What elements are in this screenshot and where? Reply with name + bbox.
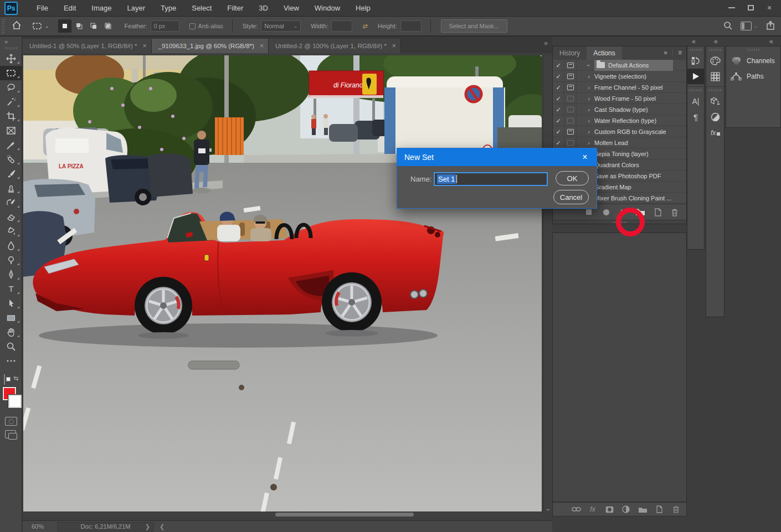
swap-colors-icon[interactable]: ⇆ xyxy=(13,375,18,382)
modal-toggle[interactable] xyxy=(564,71,577,81)
close-icon[interactable]: × xyxy=(142,42,146,50)
close-icon[interactable]: × xyxy=(392,42,396,50)
blur-tool[interactable] xyxy=(0,239,22,253)
menu-file[interactable]: File xyxy=(29,0,56,17)
history-brush-tool[interactable] xyxy=(0,195,22,210)
clone-stamp-tool[interactable] xyxy=(0,181,22,195)
include-checkbox[interactable]: ✓ xyxy=(553,104,564,115)
hand-tool[interactable] xyxy=(0,325,22,339)
height-input[interactable] xyxy=(400,20,422,32)
default-colors-icon[interactable] xyxy=(4,375,5,385)
modal-toggle[interactable] xyxy=(564,115,577,126)
maximize-button[interactable] xyxy=(741,0,760,16)
tab-overflow-icon[interactable]: » xyxy=(544,39,548,47)
paragraph-panel-icon[interactable]: ¶ xyxy=(687,109,704,125)
record-button[interactable] xyxy=(601,207,611,217)
channels-panel-button[interactable]: Channels xyxy=(726,53,780,69)
menu-filter[interactable]: Filter xyxy=(219,0,251,17)
layer-effects-button[interactable]: fx xyxy=(588,504,598,514)
character-panel-icon[interactable]: A| xyxy=(687,94,704,109)
move-tool[interactable] xyxy=(0,51,22,66)
background-color-swatch[interactable] xyxy=(8,395,22,408)
styles-panel-icon[interactable]: fx xyxy=(706,125,724,140)
adjustments-panel-icon[interactable] xyxy=(706,109,724,125)
zoom-level[interactable]: 60% xyxy=(32,523,44,530)
workspace-switcher[interactable]: ⌄ xyxy=(741,22,758,30)
antialias-checkbox[interactable] xyxy=(189,23,196,29)
menu-select[interactable]: Select xyxy=(184,0,219,17)
subtract-selection-button[interactable] xyxy=(87,19,100,33)
menu-image[interactable]: Image xyxy=(84,0,119,17)
new-action-button[interactable] xyxy=(652,207,662,217)
menu-view[interactable]: View xyxy=(276,0,307,17)
menu-help[interactable]: Help xyxy=(348,0,378,17)
paths-panel-button[interactable]: Paths xyxy=(726,69,780,84)
scroll-down-icon[interactable]: ⌄ xyxy=(544,505,551,512)
expand-chevron-icon[interactable]: › xyxy=(583,106,594,113)
add-selection-button[interactable] xyxy=(73,19,86,33)
actions-panel-icon[interactable] xyxy=(687,69,704,84)
status-chevron-icon[interactable]: ❯ xyxy=(145,523,150,530)
frame-tool[interactable] xyxy=(0,123,22,138)
search-icon[interactable] xyxy=(723,20,733,32)
panel-collapse-icon[interactable]: » xyxy=(664,49,667,56)
document-tab-untitled-1[interactable]: Untitled-1 @ 50% (Layer 1, RGB/8#) * × xyxy=(23,39,152,53)
screen-mode-button[interactable] xyxy=(5,430,16,438)
paint-bucket-tool[interactable] xyxy=(0,224,22,239)
antialias-checkbox-group[interactable]: Anti-alias xyxy=(189,23,223,29)
vertical-scrollbar[interactable]: ⌄ xyxy=(543,55,552,513)
expand-chevron-icon[interactable]: › xyxy=(583,95,594,102)
expand-chevron-icon[interactable]: › xyxy=(585,60,592,71)
menu-type[interactable]: Type xyxy=(153,0,184,17)
horizontal-scroll-thumb[interactable] xyxy=(275,513,414,516)
feather-input[interactable]: 0 px xyxy=(151,20,179,32)
collapse-panel-icon[interactable]: « xyxy=(692,38,696,45)
ok-button[interactable]: OK xyxy=(556,171,589,185)
action-row-wood-frame[interactable]: ✓ › Wood Frame - 50 pixel xyxy=(553,93,686,104)
minimize-button[interactable] xyxy=(722,0,741,16)
intersect-selection-button[interactable] xyxy=(101,19,115,33)
menu-layer[interactable]: Layer xyxy=(120,0,153,17)
document-tab-untitled-2[interactable]: Untitled-2 @ 100% (Layer 1, RGB/8#) * × xyxy=(269,39,401,53)
dialog-title-bar[interactable]: New Set × xyxy=(397,148,597,166)
expand-chevron-icon[interactable]: › xyxy=(583,84,594,91)
toolbar-collapse-icon[interactable]: » xyxy=(0,37,22,45)
delete-trash-button[interactable] xyxy=(670,207,680,217)
document-tab-9109633[interactable]: _9109633_1.jpg @ 60% (RGB/8*) × xyxy=(152,39,269,53)
swap-dimensions-icon[interactable]: ⇄ xyxy=(362,23,367,30)
expand-chevron-icon[interactable]: › xyxy=(583,117,594,124)
pen-tool[interactable] xyxy=(0,267,22,282)
document-size-info[interactable]: Doc: 6,21M/6,21M ❯ xyxy=(57,522,154,531)
action-row-cast-shadow[interactable]: ✓ › Cast Shadow (type) xyxy=(553,104,686,115)
include-checkbox[interactable]: ✓ xyxy=(553,126,564,137)
menu-3d[interactable]: 3D xyxy=(251,0,276,17)
layer-mask-button[interactable] xyxy=(604,504,614,514)
tab-actions[interactable]: Actions xyxy=(587,47,621,60)
edit-toolbar-ellipsis[interactable] xyxy=(0,354,22,368)
expand-chevron-icon[interactable]: › xyxy=(583,73,594,80)
menu-window[interactable]: Window xyxy=(307,0,348,17)
canvas-viewport[interactable]: di Fiorano xyxy=(23,53,552,520)
modal-toggle[interactable] xyxy=(564,60,577,70)
expand-chevron-icon[interactable]: › xyxy=(583,140,594,146)
modal-toggle[interactable] xyxy=(564,82,577,92)
current-tool-icon[interactable]: ⌄ xyxy=(32,20,49,32)
collapse-panel-icon[interactable]: « xyxy=(769,38,773,45)
close-button[interactable]: × xyxy=(760,0,779,16)
action-row-molten-lead[interactable]: ✓ › Molten Lead xyxy=(553,137,686,148)
home-icon[interactable] xyxy=(12,20,22,32)
share-icon[interactable] xyxy=(765,20,775,32)
dodge-tool[interactable] xyxy=(0,253,22,267)
include-checkbox[interactable]: ✓ xyxy=(553,115,564,126)
history-panel-icon[interactable] xyxy=(687,53,704,69)
action-row-custom-rgb[interactable]: ✓ › Custom RGB to Grayscale xyxy=(553,126,686,137)
eyedropper-tool[interactable] xyxy=(0,138,22,152)
link-layers-button[interactable] xyxy=(571,504,581,514)
collapse-panel-icon[interactable]: « xyxy=(714,38,718,45)
include-checkbox[interactable]: ✓ xyxy=(553,137,564,148)
status-back-chevron-icon[interactable]: ❮ xyxy=(160,523,165,530)
select-and-mask-button[interactable]: Select and Mask... xyxy=(441,19,508,33)
include-checkbox[interactable]: ✓ xyxy=(553,82,564,92)
swatches-panel-icon[interactable] xyxy=(706,69,724,84)
modal-toggle[interactable] xyxy=(564,126,577,137)
